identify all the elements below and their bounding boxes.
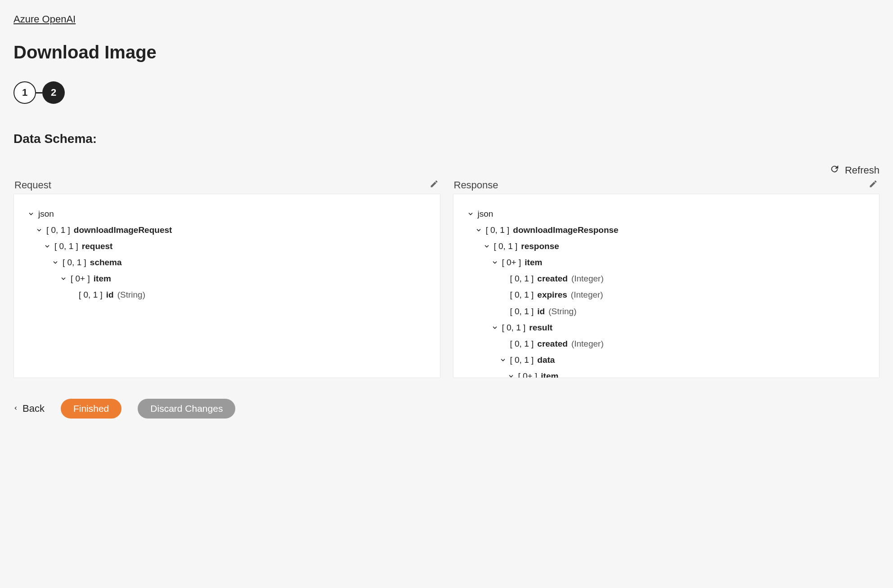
tree-leaf-type: (String) [548,303,576,320]
tree-node-label[interactable]: downloadImageRequest [74,222,172,238]
cardinality: [ 0, 1 ] [79,287,103,303]
tree-node-label[interactable]: data [537,352,555,368]
chevron-down-icon[interactable] [44,243,51,249]
response-panel: json [ 0, 1 ] downloadImageResponse [ 0,… [453,194,880,378]
tree-node-label[interactable]: item [525,254,542,271]
tree-node-label[interactable]: item [94,271,111,287]
cardinality: [ 0+ ] [502,254,521,271]
cardinality: [ 0, 1 ] [510,336,534,352]
chevron-down-icon[interactable] [60,276,67,282]
tree-node-label[interactable]: json [38,206,54,222]
chevron-down-icon[interactable] [499,357,507,363]
chevron-down-icon[interactable] [491,259,498,266]
back-link[interactable]: Back [13,403,45,414]
cardinality: [ 0, 1 ] [510,352,534,368]
chevron-down-icon[interactable] [36,227,43,233]
chevron-down-icon[interactable] [483,243,490,249]
chevron-left-icon [13,403,18,414]
step-connector [36,92,42,94]
tree-leaf-type: (String) [117,287,145,303]
page-title: Download Image [13,42,880,62]
section-title: Data Schema: [13,132,880,146]
refresh-icon[interactable] [830,164,839,177]
request-panel: json [ 0, 1 ] downloadImageRequest [ 0, … [13,194,440,378]
cardinality: [ 0+ ] [71,271,90,287]
cardinality: [ 0, 1 ] [510,287,534,303]
tree-leaf-type: (Integer) [571,336,604,352]
cardinality: [ 0, 1 ] [510,271,534,287]
tree-leaf-type: (Integer) [571,287,603,303]
cardinality: [ 0, 1 ] [54,238,78,254]
tree-leaf-label[interactable]: id [537,303,545,320]
tree-node-label[interactable]: item [541,368,558,378]
chevron-down-icon[interactable] [467,211,474,217]
cardinality: [ 0, 1 ] [486,222,510,238]
response-column-label: Response [454,179,498,191]
tree-node-label[interactable]: json [478,206,494,222]
tree-leaf-label[interactable]: id [106,287,114,303]
cardinality: [ 0, 1 ] [494,238,518,254]
edit-request-icon[interactable] [430,179,439,191]
step-1[interactable]: 1 [13,81,36,104]
cardinality: [ 0+ ] [518,368,538,378]
tree-node-label[interactable]: schema [90,254,122,271]
refresh-label[interactable]: Refresh [845,165,880,176]
tree-leaf-type: (Integer) [571,271,604,287]
tree-node-label[interactable]: response [521,238,559,254]
chevron-down-icon[interactable] [507,373,515,378]
discard-changes-button[interactable]: Discard Changes [138,399,235,419]
step-indicator: 1 2 [13,81,880,104]
chevron-down-icon[interactable] [52,259,59,266]
chevron-down-icon[interactable] [491,325,498,331]
tree-node-label[interactable]: downloadImageResponse [513,222,618,238]
request-column-label: Request [14,179,51,191]
back-label: Back [22,403,45,414]
step-2[interactable]: 2 [42,81,65,104]
cardinality: [ 0, 1 ] [46,222,70,238]
tree-node-label[interactable]: result [529,320,552,336]
edit-response-icon[interactable] [869,179,878,191]
cardinality: [ 0, 1 ] [63,254,86,271]
chevron-down-icon[interactable] [27,211,35,217]
cardinality: [ 0, 1 ] [510,303,534,320]
tree-node-label[interactable]: request [82,238,113,254]
cardinality: [ 0, 1 ] [502,320,526,336]
chevron-down-icon[interactable] [475,227,482,233]
tree-leaf-label[interactable]: created [537,336,568,352]
breadcrumb-link[interactable]: Azure OpenAI [13,13,76,25]
finished-button[interactable]: Finished [61,399,121,419]
tree-leaf-label[interactable]: created [537,271,568,287]
tree-leaf-label[interactable]: expires [537,287,567,303]
